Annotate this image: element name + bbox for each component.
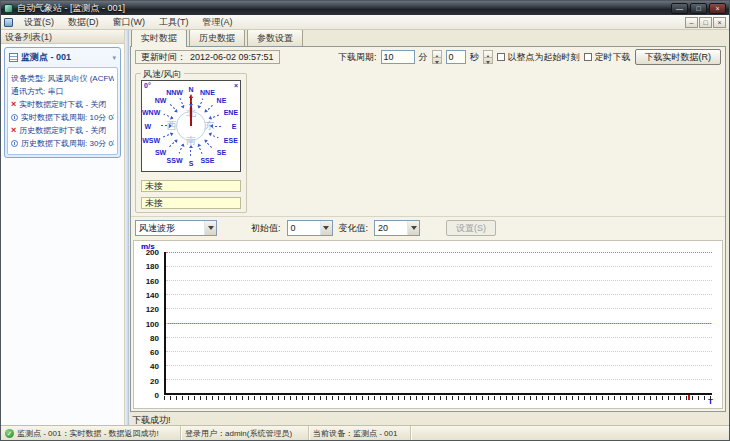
compass-rose: 0° × 北 南 东 西 NNNENEENEEESESESSESSSWSWWSW… (141, 80, 241, 172)
compass-direction-label: W (145, 123, 152, 130)
y-tick-label: 140 (146, 290, 159, 299)
compass-direction-label: SSE (200, 157, 214, 164)
closed-x-icon: × (11, 126, 16, 135)
device-info-row: 历史数据下载周期: 30分 0秒 (11, 137, 114, 150)
compass-arrow-icon (179, 98, 184, 108)
toolbar-row: 更新时间： 2012-06-02 09:57:51 下载周期: 10 分 0 秒 (131, 47, 725, 67)
compass-direction-label: S (189, 159, 194, 166)
tab-history-data[interactable]: 历史数据 (189, 30, 245, 46)
minimize-icon[interactable]: — (671, 3, 688, 14)
spinner-down-icon[interactable] (433, 57, 441, 64)
grid-line (166, 294, 712, 295)
mdi-minimize-icon[interactable]: – (685, 17, 698, 28)
grid-line (166, 266, 712, 267)
panel-collapse-icon[interactable]: ▾ (112, 54, 116, 62)
realtime-data-page: 更新时间： 2012-06-02 09:57:51 下载周期: 10 分 0 秒 (130, 46, 726, 412)
success-check-icon: ✓ (5, 429, 14, 438)
seconds-spinner[interactable] (483, 50, 493, 64)
scheduled-download-checkbox[interactable]: 定时下载 (584, 51, 631, 64)
compass-direction-label: WNW (142, 108, 160, 115)
y-tick-label: 60 (150, 348, 159, 357)
delta-value-select[interactable]: 20 (374, 220, 420, 236)
tab-realtime-data[interactable]: 实时数据 (131, 30, 187, 47)
initial-value-select[interactable]: 0 (287, 220, 333, 236)
compass-arrow-icon (204, 140, 212, 148)
compass-direction-label: E (232, 123, 237, 130)
chevron-down-icon[interactable] (407, 221, 419, 235)
device-info-row: 通讯方式: 串口 (11, 85, 114, 98)
main-area: 实时数据 历史数据 参数设置 更新时间： 2012-06-02 09:57:51… (129, 30, 729, 425)
start-on-hour-checkbox[interactable]: 以整点为起始时刻 (497, 51, 580, 64)
grid-line (166, 351, 712, 352)
seconds-unit-label: 秒 (470, 51, 479, 64)
menu-bar: 设置(S) 数据(D) 窗口(W) 工具(T) 管理(A) – □ × (1, 15, 729, 30)
compass-arrow-icon (211, 126, 221, 127)
close-icon[interactable]: × (709, 3, 726, 14)
wind-direction-field[interactable]: 未接 (141, 197, 241, 209)
device-list-sidebar: 设备列表(1) 监测点 - 001 ▾ 设备类型: 风速风向仪 (ACFW-4)… (1, 30, 125, 425)
clock-icon (11, 114, 18, 121)
download-realtime-button[interactable]: 下载实时数据(R) (635, 49, 722, 65)
menu-admin[interactable]: 管理(A) (197, 15, 239, 30)
compass-arrow-icon (162, 133, 172, 138)
menu-settings[interactable]: 设置(S) (18, 15, 60, 30)
device-info-box: 设备类型: 风速风向仪 (ACFW-4) 通讯方式: 串口 × 实时数据定时下载… (7, 67, 118, 155)
chevron-down-icon[interactable] (320, 221, 332, 235)
clock-icon (11, 140, 18, 147)
window-title: 自动气象站 - [监测点 - 001] (17, 2, 125, 15)
y-tick-label: 160 (146, 276, 159, 285)
checkbox-box[interactable] (497, 53, 505, 61)
wind-speed-chart: m/s 200180160140120100806040200 T (133, 240, 723, 409)
update-time-box: 更新时间： 2012-06-02 09:57:51 (135, 50, 280, 64)
x-axis-label: T (708, 397, 713, 406)
y-tick-label: 100 (146, 319, 159, 328)
compass-arrow-icon (191, 96, 192, 106)
menu-tools[interactable]: 工具(T) (153, 15, 195, 30)
device-list-header: 设备列表(1) (1, 30, 124, 44)
maximize-icon[interactable]: □ (690, 3, 707, 14)
device-info-row: × 历史数据定时下载 - 关闭 (11, 124, 114, 137)
compass-direction-label: NNE (200, 88, 215, 95)
compass-arrow-icon (161, 125, 171, 126)
y-tick-label: 20 (150, 376, 159, 385)
compass-arrow-icon (209, 134, 219, 139)
compass-arrow-icon (169, 104, 177, 112)
wind-speed-field[interactable]: 未接 (141, 180, 241, 192)
download-period-label: 下载周期: (338, 51, 377, 64)
tab-parameter-settings[interactable]: 参数设置 (247, 30, 303, 46)
device-panel[interactable]: 监测点 - 001 ▾ 设备类型: 风速风向仪 (ACFW-4) 通讯方式: 串… (4, 47, 121, 158)
status-device: 当前设备：监测点 - 001 (313, 428, 397, 439)
compass-arrow-icon (197, 144, 202, 154)
grid-line (166, 337, 712, 338)
device-info-row: 实时数据下载周期: 10分 0秒 (11, 111, 114, 124)
compass-arrow-icon (190, 146, 191, 156)
chevron-down-icon[interactable] (204, 221, 216, 235)
x-axis-red-tick (688, 395, 690, 400)
compass-arrow-icon (198, 98, 203, 108)
waveform-type-select[interactable]: 风速波形 (135, 220, 217, 236)
menu-data[interactable]: 数据(D) (62, 15, 105, 30)
mdi-close-icon[interactable]: × (713, 17, 726, 28)
set-button[interactable]: 设置(S) (446, 220, 496, 236)
minutes-spinner[interactable] (432, 50, 442, 64)
period-seconds-input[interactable]: 0 (446, 50, 466, 64)
child-window-icon[interactable] (4, 18, 13, 27)
wind-speed-invalid-mark: × (234, 82, 238, 89)
device-panel-title: 监测点 - 001 (21, 51, 71, 64)
compass-direction-label: NE (217, 96, 227, 103)
grid-line (166, 280, 712, 281)
status-user: 登录用户：admin(系统管理员) (185, 428, 292, 439)
spinner-down-icon[interactable] (484, 57, 492, 64)
minutes-unit-label: 分 (419, 51, 428, 64)
compass-direction-label: ENE (224, 108, 238, 115)
checkbox-box[interactable] (584, 53, 592, 61)
menu-window[interactable]: 窗口(W) (107, 15, 152, 30)
period-minutes-input[interactable]: 10 (381, 50, 415, 64)
grid-line (166, 365, 712, 366)
compass-direction-label: SW (155, 149, 166, 156)
mdi-restore-icon[interactable]: □ (699, 17, 712, 28)
update-time-value: 2012-06-02 09:57:51 (190, 52, 274, 62)
download-status-text: 下载成功! (130, 412, 726, 425)
compass-arrow-icon (169, 139, 177, 147)
y-tick-label: 120 (146, 305, 159, 314)
